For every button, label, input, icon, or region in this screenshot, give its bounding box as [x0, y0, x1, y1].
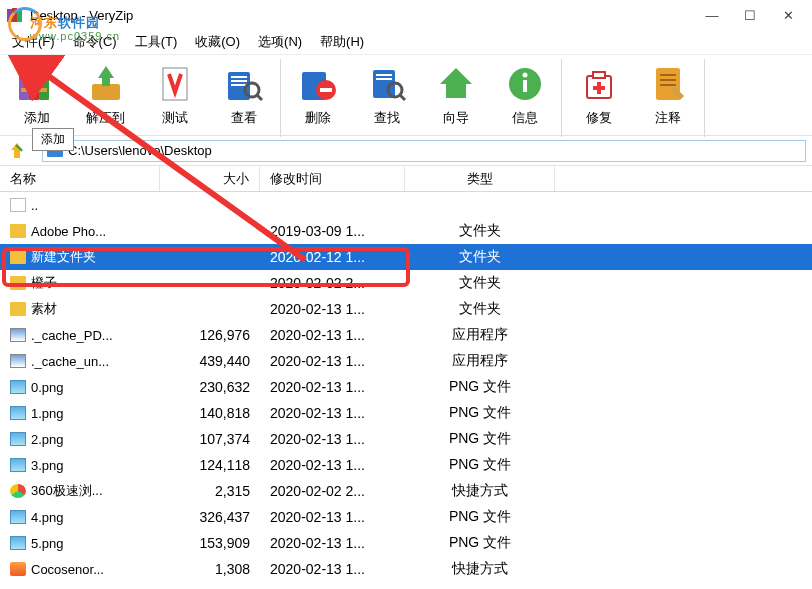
comment-button[interactable]: 注释	[633, 59, 702, 137]
extract-button[interactable]: 解压到	[71, 59, 140, 137]
svg-rect-7	[92, 84, 120, 100]
menu-favorites[interactable]: 收藏(O)	[195, 33, 240, 51]
svg-line-22	[400, 95, 405, 100]
app-icon	[6, 6, 24, 24]
menu-tools[interactable]: 工具(T)	[135, 33, 178, 51]
svg-rect-17	[320, 88, 332, 92]
svg-rect-24	[523, 80, 527, 92]
file-size: 140,818	[160, 405, 260, 421]
file-row[interactable]: ._cache_PD...126,9762020-02-13 1...应用程序	[0, 322, 812, 348]
file-type: 文件夹	[405, 222, 555, 240]
delete-button[interactable]: 删除	[283, 59, 352, 137]
file-date: 2020-02-13 1...	[260, 431, 405, 447]
svg-rect-12	[231, 84, 247, 86]
svg-rect-2	[17, 9, 22, 22]
close-button[interactable]: ✕	[778, 8, 798, 23]
add-button[interactable]: 添加	[2, 59, 71, 137]
file-name: 素材	[31, 300, 57, 318]
extract-icon	[84, 62, 128, 106]
file-row[interactable]: ._cache_un...439,4402020-02-13 1...应用程序	[0, 348, 812, 374]
file-type: PNG 文件	[405, 456, 555, 474]
find-icon	[365, 62, 409, 106]
menubar: 文件(F) 命令(C) 工具(T) 收藏(O) 选项(N) 帮助(H)	[0, 30, 812, 54]
svg-rect-20	[376, 78, 392, 80]
file-type: PNG 文件	[405, 534, 555, 552]
file-list: ..Adobe Pho...2019-03-09 1...文件夹新建文件夹202…	[0, 192, 812, 582]
repair-icon	[577, 62, 621, 106]
archive-books-icon	[15, 62, 59, 106]
file-name: 360极速浏...	[31, 482, 103, 500]
svg-rect-6	[21, 88, 47, 92]
file-size: 107,374	[160, 431, 260, 447]
menu-file[interactable]: 文件(F)	[12, 33, 55, 51]
file-name: 3.png	[31, 458, 64, 473]
file-row[interactable]: 橙子2020-02-02 2...文件夹	[0, 270, 812, 296]
file-row[interactable]: Cocosenor...1,3082020-02-13 1...快捷方式	[0, 556, 812, 582]
file-type: 应用程序	[405, 352, 555, 370]
updir-icon	[10, 198, 26, 212]
file-size: 326,437	[160, 509, 260, 525]
file-size: 153,909	[160, 535, 260, 551]
file-name: 4.png	[31, 510, 64, 525]
file-date: 2020-02-02 2...	[260, 483, 405, 499]
window-titlebar: Desktop - VeryZip — ☐ ✕	[0, 0, 812, 30]
file-row[interactable]: 3.png124,1182020-02-13 1...PNG 文件	[0, 452, 812, 478]
file-date: 2020-02-13 1...	[260, 327, 405, 343]
main-toolbar: 添加 解压到 测试 查看 删除 查找 向导 信息	[0, 54, 812, 136]
header-date[interactable]: 修改时间	[260, 166, 405, 191]
svg-line-14	[257, 95, 262, 100]
file-row[interactable]: Adobe Pho...2019-03-09 1...文件夹	[0, 218, 812, 244]
file-row[interactable]: 新建文件夹2020-02-12 1...文件夹	[0, 244, 812, 270]
folder-icon	[10, 302, 26, 316]
file-name: 2.png	[31, 432, 64, 447]
file-row[interactable]: 4.png326,4372020-02-13 1...PNG 文件	[0, 504, 812, 530]
svg-rect-1	[12, 8, 17, 22]
file-row[interactable]: 素材2020-02-13 1...文件夹	[0, 296, 812, 322]
menu-options[interactable]: 选项(N)	[258, 33, 302, 51]
header-name[interactable]: 名称	[0, 166, 160, 191]
file-type: PNG 文件	[405, 430, 555, 448]
menu-command[interactable]: 命令(C)	[73, 33, 117, 51]
folder-icon	[10, 276, 26, 290]
file-type: 文件夹	[405, 248, 555, 266]
file-type: 快捷方式	[405, 560, 555, 578]
svg-rect-10	[231, 76, 247, 78]
view-button[interactable]: 查看	[209, 59, 278, 137]
info-icon	[503, 62, 547, 106]
file-type: PNG 文件	[405, 508, 555, 526]
file-row[interactable]: 0.png230,6322020-02-13 1...PNG 文件	[0, 374, 812, 400]
wizard-icon	[434, 62, 478, 106]
svg-rect-19	[376, 74, 392, 76]
test-button[interactable]: 测试	[140, 59, 209, 137]
svg-rect-29	[593, 86, 605, 90]
file-row[interactable]: 2.png107,3742020-02-13 1...PNG 文件	[0, 426, 812, 452]
svg-rect-32	[660, 79, 676, 81]
maximize-button[interactable]: ☐	[740, 8, 760, 23]
file-name: ..	[31, 198, 38, 213]
menu-help[interactable]: 帮助(H)	[320, 33, 364, 51]
path-field[interactable]: C:\Users\lenovo\Desktop	[42, 140, 806, 162]
file-date: 2020-02-13 1...	[260, 301, 405, 317]
file-row[interactable]: 360极速浏...2,3152020-02-02 2...快捷方式	[0, 478, 812, 504]
repair-button[interactable]: 修复	[564, 59, 633, 137]
minimize-button[interactable]: —	[702, 8, 722, 23]
find-button[interactable]: 查找	[352, 59, 421, 137]
file-row[interactable]: ..	[0, 192, 812, 218]
up-icon[interactable]	[6, 140, 34, 162]
test-icon	[153, 62, 197, 106]
file-date: 2019-03-09 1...	[260, 223, 405, 239]
info-button[interactable]: 信息	[490, 59, 559, 137]
file-row[interactable]: 1.png140,8182020-02-13 1...PNG 文件	[0, 400, 812, 426]
file-size: 1,308	[160, 561, 260, 577]
folder-icon	[10, 250, 26, 264]
file-size: 124,118	[160, 457, 260, 473]
file-size: 2,315	[160, 483, 260, 499]
header-type[interactable]: 类型	[405, 166, 555, 191]
file-date: 2020-02-13 1...	[260, 405, 405, 421]
comment-icon	[646, 62, 690, 106]
svg-point-25	[522, 73, 527, 78]
wizard-button[interactable]: 向导	[421, 59, 490, 137]
file-date: 2020-02-13 1...	[260, 535, 405, 551]
header-size[interactable]: 大小	[160, 166, 260, 191]
file-row[interactable]: 5.png153,9092020-02-13 1...PNG 文件	[0, 530, 812, 556]
